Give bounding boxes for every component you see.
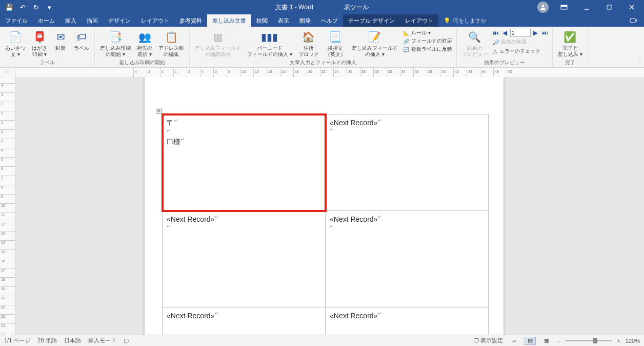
insert-mode[interactable]: 挿入モード <box>88 337 116 344</box>
label-cell-1[interactable]: 〒↵ ↵ ☐様↵ <box>163 114 326 211</box>
label-button[interactable]: 🏷ラベル <box>72 29 91 52</box>
start-mailmerge-button[interactable]: 📑差し込み印刷 の開始 ▾ <box>98 29 133 58</box>
greeting-line-button[interactable]: 📃挨拶文 （英文） <box>323 29 348 58</box>
record-number-input[interactable] <box>510 29 531 37</box>
redo-icon: ↻ <box>33 4 39 11</box>
save-button[interactable]: 💾 <box>3 1 15 13</box>
find-icon: 🔎 <box>493 40 499 45</box>
language-status[interactable]: 日本語 <box>64 337 81 344</box>
update-labels-button[interactable]: 🔄複数ラベルに反映 <box>402 45 453 53</box>
select-recipients-button[interactable]: 👥宛先の 選択 ▾ <box>135 29 154 58</box>
share-button[interactable] <box>623 14 644 27</box>
recipients-icon: 👥 <box>137 30 152 44</box>
match-fields-button[interactable]: 🔗フィールドの対応 <box>402 37 453 45</box>
vertical-ruler[interactable]: 5432112345678910111213141516171819202122… <box>0 77 15 335</box>
label-cell-3[interactable]: «Next Record»↵ ↵ <box>163 211 326 307</box>
edit-recipient-list-button[interactable]: 📋アドレス帳 の編集 <box>156 29 186 58</box>
ribbon-display-button[interactable] <box>554 0 574 14</box>
qat-customize-button[interactable]: ▾ <box>43 1 55 13</box>
envelope-button[interactable]: ✉封筒 <box>51 29 70 52</box>
table-row: 〒↵ ↵ ☐様↵ «Next Record»↵ ↵ <box>163 114 489 211</box>
label-cell-4[interactable]: «Next Record»↵ ↵ <box>326 211 489 307</box>
paragraph-mark: ↵ <box>180 137 185 142</box>
tab-file[interactable]: ファイル <box>0 14 33 27</box>
tab-mailings[interactable]: 差し込み文書 <box>207 14 251 27</box>
undo-icon: ↶ <box>20 4 26 11</box>
maximize-button[interactable] <box>599 0 619 14</box>
redo-button[interactable]: ↻ <box>30 1 42 13</box>
table-move-handle[interactable]: ✥ <box>156 108 162 114</box>
label-table: 〒↵ ↵ ☐様↵ «Next Record»↵ ↵ «Next Record»↵… <box>162 114 489 335</box>
postcard-icon: 📮 <box>32 30 47 44</box>
prev-record-button[interactable]: ◀ <box>501 29 509 37</box>
zoom-slider-thumb[interactable] <box>593 338 597 343</box>
tab-table-layout[interactable]: レイアウト <box>400 14 438 27</box>
horizontal-ruler[interactable]: 4211246810121416182022242628303234363840… <box>15 68 644 77</box>
undo-button[interactable]: ↶ <box>16 1 29 13</box>
match-icon: 🔗 <box>403 39 409 44</box>
tab-review[interactable]: 校閲 <box>251 14 273 27</box>
collapse-ribbon-button[interactable]: ˇ <box>639 61 641 66</box>
account-avatar[interactable] <box>537 2 549 13</box>
ruler-corner: L <box>0 68 15 77</box>
page-count[interactable]: 1/1 ページ <box>4 337 30 344</box>
greeting-icon: 📄 <box>8 30 23 44</box>
zoom-slider[interactable] <box>566 340 612 341</box>
label-icon: 🏷 <box>74 30 89 44</box>
zoom-out-button[interactable]: − <box>557 338 560 344</box>
chevron-down-icon: ▾ <box>48 4 51 11</box>
close-button[interactable] <box>621 0 642 14</box>
next-record-field: «Next Record» <box>330 215 377 223</box>
tab-insert[interactable]: 挿入 <box>60 14 82 27</box>
close-icon <box>629 4 635 10</box>
macro-recording[interactable]: ▢ <box>124 337 129 344</box>
display-settings-button[interactable]: 🖵 表示設定 <box>473 337 503 344</box>
check-errors-button[interactable]: ⚠エラーのチェック <box>492 47 549 55</box>
title-bar: 💾 ↶ ↻ ▾ 文書 1 - Word 表ツール <box>0 0 644 14</box>
tab-developer[interactable]: 開発 <box>294 14 316 27</box>
next-record-button[interactable]: ▶ <box>532 29 540 37</box>
insert-merge-field-button[interactable]: 📝差し込みフィールド の挿入 ▾ <box>350 29 400 58</box>
next-record-field: «Next Record» <box>330 312 377 320</box>
tab-design[interactable]: デザイン <box>103 14 136 27</box>
rules-button[interactable]: 📐ルール ▾ <box>402 29 453 37</box>
tab-table-design[interactable]: テーブル デザイン <box>343 14 400 27</box>
address-block-button[interactable]: 🏠住所 ブロック <box>296 29 321 58</box>
tab-view[interactable]: 表示 <box>273 14 294 27</box>
ribbon-options-icon <box>560 5 568 10</box>
tell-me-search[interactable]: 💡 何をしますか <box>438 14 492 27</box>
paragraph-mark: ↵ <box>214 311 218 316</box>
finish-merge-button[interactable]: ✅完了と 差し込み ▾ <box>556 29 585 58</box>
minimize-button[interactable] <box>576 0 597 14</box>
paragraph-mark: ↵ <box>377 311 381 316</box>
postcard-print-button[interactable]: 📮はがき 印刷 ▾ <box>30 29 49 58</box>
next-record-field: «Next Record» <box>167 312 214 320</box>
group-write-label: 文章入力とフィールドの挿入 <box>193 59 453 67</box>
tab-references[interactable]: 参考資料 <box>174 14 207 27</box>
last-record-button[interactable]: ⏭ <box>541 29 549 37</box>
ruler-row: L 42112468101214161820222426283032343638… <box>0 68 644 77</box>
maximize-icon <box>606 4 612 10</box>
update-labels-icon: 🔄 <box>403 47 409 52</box>
tab-home[interactable]: ホーム <box>33 14 60 27</box>
label-cell-6[interactable]: «Next Record»↵ <box>326 307 489 335</box>
tab-help[interactable]: ヘルプ <box>316 14 343 27</box>
title-center: 文書 1 - Word 表ツール <box>275 3 368 12</box>
document-canvas[interactable]: ✥ 〒↵ ↵ ☐様↵ «Next Record»↵ ↵ «Next Recor <box>15 77 644 335</box>
label-cell-2[interactable]: «Next Record»↵ ↵ <box>326 114 489 211</box>
minimize-icon <box>583 4 590 10</box>
word-count[interactable]: 20 単語 <box>37 337 56 344</box>
tab-draw[interactable]: 描画 <box>82 14 103 27</box>
greeting-text-button[interactable]: 📄あいさつ 文 ▾ <box>3 29 28 58</box>
barcode-field-button[interactable]: ▮▮▮バーコード フィールドの挿入 ▾ <box>245 29 294 58</box>
zoom-level[interactable]: 120% <box>626 338 640 344</box>
web-layout-button[interactable]: ▦ <box>541 337 552 345</box>
paragraph-mark: ↵ <box>167 128 171 133</box>
svg-rect-4 <box>607 5 611 9</box>
zoom-in-button[interactable]: + <box>617 338 620 344</box>
label-cell-5[interactable]: «Next Record»↵ <box>163 307 326 335</box>
print-layout-button[interactable]: ▤ <box>525 337 536 345</box>
tab-layout[interactable]: レイアウト <box>136 14 174 27</box>
first-record-button[interactable]: ⏮ <box>492 29 500 37</box>
read-mode-button[interactable]: ▭ <box>508 337 519 345</box>
